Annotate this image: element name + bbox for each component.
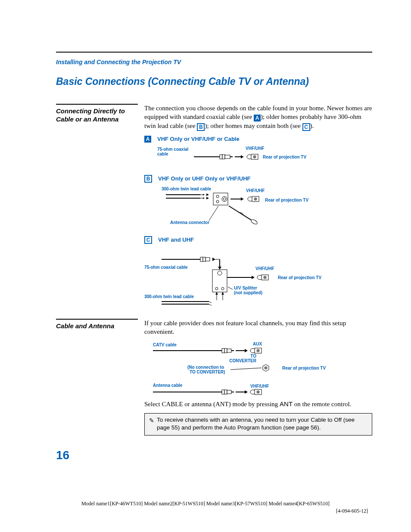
note-text: To receive channels with an antenna, you… bbox=[157, 416, 367, 432]
svg-marker-75 bbox=[245, 390, 248, 394]
label-vhfuhf: VHF/UHF bbox=[246, 146, 264, 151]
svg-point-67 bbox=[265, 367, 266, 368]
label-antcable: Antenna cable bbox=[153, 383, 183, 388]
label-rear: Rear of projection TV bbox=[278, 275, 321, 280]
label-connector: Antenna connector bbox=[170, 220, 209, 225]
svg-rect-30 bbox=[200, 257, 203, 261]
diagram-a-title: VHF Only or VHF/UHF or Cable bbox=[157, 135, 240, 143]
svg-marker-51 bbox=[215, 292, 218, 295]
diagram-c-title: VHF and UHF bbox=[158, 236, 194, 244]
label-catv: CATV cable bbox=[153, 342, 177, 347]
svg-rect-3 bbox=[225, 155, 230, 159]
svg-marker-33 bbox=[212, 258, 215, 261]
label-vhfuhf: VHF/UHF bbox=[246, 188, 265, 193]
svg-rect-32 bbox=[206, 258, 210, 261]
label-rear: Rear of projection TV bbox=[282, 366, 326, 370]
diagram-a-illustration: 75-ohm coaxial cable VHF/UHF Rear of pro… bbox=[144, 146, 325, 167]
label-noconn1: (No connection to bbox=[187, 365, 224, 370]
tag-c-icon: C bbox=[302, 123, 310, 131]
pencil-icon: ✎ bbox=[149, 417, 154, 432]
label-twin: 300-ohm twin lead cable bbox=[162, 187, 211, 191]
svg-marker-60 bbox=[245, 349, 248, 352]
svg-line-68 bbox=[230, 368, 262, 370]
section2-outro: Select CABLE or antenna (ANT) mode by pr… bbox=[144, 400, 372, 408]
svg-rect-56 bbox=[224, 348, 227, 353]
svg-marker-6 bbox=[241, 155, 243, 159]
intro-text: ). bbox=[310, 122, 314, 129]
intro-text: ); other homes may contain both (see bbox=[205, 122, 302, 129]
svg-marker-23 bbox=[241, 197, 243, 201]
tag-b-icon: B bbox=[144, 175, 152, 183]
side-title-2: Cable and Antenna bbox=[56, 322, 138, 330]
label-splitter2: (not supplied) bbox=[234, 290, 262, 295]
svg-rect-71 bbox=[224, 390, 227, 394]
label-coax: 75-ohm coaxial cable bbox=[144, 265, 188, 270]
tag-c-icon: C bbox=[144, 236, 152, 244]
label-vhfuhf: VHF/UHF bbox=[255, 266, 274, 271]
diagram-b-illustration: 300-ohm twin lead cable VHF/UHF Rear of … bbox=[144, 185, 334, 228]
tag-b-icon: B bbox=[197, 123, 205, 131]
svg-point-21 bbox=[250, 218, 258, 225]
page-number: 16 bbox=[56, 448, 372, 462]
svg-marker-52 bbox=[221, 292, 224, 295]
label-splitter: U/V Splitter bbox=[234, 286, 257, 290]
svg-rect-37 bbox=[212, 270, 227, 292]
svg-rect-2 bbox=[222, 155, 225, 159]
svg-line-28 bbox=[209, 206, 218, 221]
svg-line-53 bbox=[228, 287, 233, 289]
label-toconv1: TO bbox=[250, 354, 256, 358]
diagram-c-illustration: 75-ohm coaxial cable 300-ohm twin lead c… bbox=[144, 246, 351, 307]
note-box: ✎ To receive channels with an antenna, y… bbox=[144, 413, 372, 436]
svg-rect-55 bbox=[222, 348, 224, 353]
label-coax: 75-ohm coaxial bbox=[157, 147, 188, 152]
svg-point-27 bbox=[255, 199, 256, 199]
label-aux: AUX bbox=[253, 342, 262, 346]
svg-rect-57 bbox=[227, 349, 231, 352]
svg-marker-42 bbox=[252, 276, 255, 279]
svg-rect-31 bbox=[203, 257, 206, 261]
tag-a-icon: A bbox=[254, 115, 261, 121]
outro-text: Select CABLE or antenna (ANT) mode by pr… bbox=[144, 401, 280, 408]
ant-key: ANT bbox=[280, 400, 293, 408]
svg-rect-1 bbox=[220, 155, 222, 159]
tag-a-icon: A bbox=[144, 136, 151, 143]
diagram-b-title: VHF Only or UHF Only or VHF/UHF bbox=[158, 175, 251, 183]
svg-line-20 bbox=[229, 206, 252, 221]
section-header: Installing and Connecting the Projection… bbox=[56, 59, 372, 65]
svg-rect-72 bbox=[227, 390, 231, 394]
svg-point-64 bbox=[258, 350, 258, 351]
svg-point-79 bbox=[258, 392, 258, 392]
diagram-cable-antenna: CATV cable AUX TO CONVERTER (No connecti… bbox=[144, 339, 351, 400]
footer-line1: Model name1[KP-46WT510] Model name2[KP-5… bbox=[0, 500, 411, 507]
label-vhfuhf: VHF/UHF bbox=[250, 384, 269, 389]
label-rear: Rear of projection TV bbox=[263, 155, 306, 159]
svg-rect-70 bbox=[222, 390, 224, 394]
label-coax2: cable bbox=[157, 152, 168, 156]
footer-line2: [4-094-605-12] bbox=[0, 507, 411, 515]
svg-point-10 bbox=[254, 156, 255, 157]
page-title: Basic Connections (Connecting Cable TV o… bbox=[56, 76, 372, 87]
svg-marker-14 bbox=[206, 197, 209, 199]
label-noconn2: TO CONVERTER) bbox=[190, 370, 225, 374]
outro-text: on the remote control. bbox=[293, 401, 351, 408]
label-toconv2: CONVERTER bbox=[229, 358, 257, 363]
label-twin: 300-ohm twin lead cable bbox=[144, 294, 194, 299]
section2-intro: If your cable provider does not feature … bbox=[144, 319, 372, 336]
svg-marker-36 bbox=[218, 267, 221, 270]
svg-point-46 bbox=[265, 277, 265, 278]
intro-paragraph-1: The connection you choose depends on the… bbox=[144, 104, 372, 131]
label-rear: Rear of projection TV bbox=[265, 198, 308, 202]
side-title-1: Connecting Directly to Cable or an Anten… bbox=[56, 107, 138, 124]
svg-marker-13 bbox=[206, 193, 209, 196]
footer: Model name1[KP-46WT510] Model name2[KP-5… bbox=[0, 500, 411, 515]
